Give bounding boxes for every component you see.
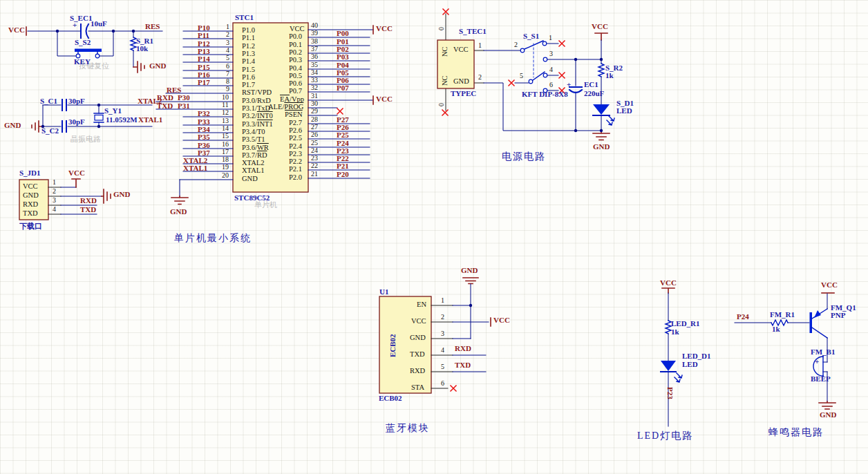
val-s-c2[interactable]: 30pF	[68, 118, 85, 126]
mcu-pin-p2.1[interactable]: P2.1	[289, 166, 302, 173]
mcu-net-p31[interactable]: P31	[178, 102, 190, 110]
s1-pin-num-5[interactable]: 5	[520, 73, 523, 79]
led-led-d1-icon[interactable]	[661, 361, 682, 382]
mcu-pnum-34[interactable]: 34	[311, 69, 318, 76]
mcu-pin-p1.5[interactable]: P1.5	[242, 66, 255, 74]
mcu-pin-p1.0[interactable]: P1.0	[242, 27, 255, 35]
val-fm-r1[interactable]: 1k	[772, 325, 780, 333]
ref-s-s2[interactable]: S_S2	[75, 39, 91, 46]
typec-pin-name-nc-bot[interactable]: NC	[442, 75, 449, 86]
net-vcc-led[interactable]: VCC	[660, 279, 677, 287]
net-vcc-bt[interactable]: VCC	[493, 316, 510, 324]
mcu-pnum-33[interactable]: 33	[311, 77, 318, 84]
mcu-pin-p3.4[interactable]: P3.4/T0	[242, 129, 265, 136]
mcu-pnum-16[interactable]: 16	[222, 141, 229, 148]
note-crystal[interactable]: 晶振电路	[70, 135, 101, 143]
mcu-pin-psen[interactable]: PSEN	[285, 111, 303, 119]
s1-pin-num-6[interactable]: 6	[549, 82, 553, 88]
typec-pin-num-1[interactable]: 1	[478, 42, 482, 49]
jd1-pin-name-rxd[interactable]: RXD	[23, 201, 38, 209]
mcu-pnum-10[interactable]: 10	[222, 94, 229, 101]
mcu-pnum-22[interactable]: 22	[311, 162, 318, 169]
u1-pin-name-txd[interactable]: TXD	[410, 351, 425, 359]
crystal-s-y1-icon[interactable]	[94, 113, 104, 122]
typec-pin-name-gnd[interactable]: GND	[453, 78, 469, 86]
mcu-pnum-28[interactable]: 28	[311, 116, 318, 123]
title-mcu-min-system[interactable]: 单片机最小系统	[174, 234, 252, 243]
resistor-led-r1-icon[interactable]	[666, 321, 671, 334]
mcu-pnum-26[interactable]: 26	[311, 131, 318, 138]
mcu-pin-xtal2[interactable]: XTAL2	[242, 160, 264, 167]
ref-fm-b1[interactable]: FM_B1	[811, 348, 835, 356]
net-rxd-jd1[interactable]: RXD	[80, 197, 97, 205]
val-s-d1[interactable]: LED	[616, 107, 632, 115]
mcu-pin-ea[interactable]: EA/Vpp	[280, 96, 304, 104]
u1-pin-num-2[interactable]: 2	[441, 314, 444, 321]
mcu-net-p07[interactable]: P07	[337, 84, 349, 92]
label-download-port[interactable]: 下载口	[19, 222, 42, 230]
mcu-net-txd[interactable]: TXD	[157, 102, 173, 110]
mcu-pin-p2.0[interactable]: P2.0	[289, 174, 302, 182]
mcu-pin-p0.1[interactable]: P0.1	[289, 41, 302, 49]
no-connect-x-icon[interactable]	[559, 41, 565, 46]
jd1-pin-num-4[interactable]: 4	[53, 206, 56, 213]
ref-led-r1[interactable]: LED_R1	[671, 320, 700, 328]
mcu-pnum-14[interactable]: 14	[222, 125, 229, 132]
mcu-pin-p0.3[interactable]: P0.3	[289, 57, 302, 64]
ref-s-tec1[interactable]: S_TEC1	[459, 28, 487, 35]
mcu-pin-vcc[interactable]: VCC	[290, 26, 305, 33]
ref-ec1[interactable]: EC1	[584, 81, 598, 88]
ref-led-d1[interactable]: LED_D1	[682, 352, 711, 360]
val-ecb02[interactable]: ECB02	[379, 395, 402, 402]
mcu-pnum-4[interactable]: 4	[226, 47, 229, 54]
no-connect-x-icon[interactable]	[509, 80, 514, 86]
ref-stc1[interactable]: STC1	[235, 14, 254, 21]
mcu-pin-p0.0[interactable]: P0.0	[289, 33, 302, 41]
mcu-pin-p1.7[interactable]: P1.7	[242, 82, 255, 89]
s1-pin-num-1[interactable]: 1	[549, 35, 552, 41]
ground-symbol-icon[interactable]	[102, 189, 111, 203]
mcu-net-xtal1[interactable]: XTAL1	[183, 164, 207, 172]
jd1-pin-num-1[interactable]: 1	[53, 179, 56, 186]
val-s-ec1[interactable]: 10uF	[91, 20, 107, 28]
net-gnd-mcu[interactable]: GND	[170, 208, 187, 216]
net-vcc-reset[interactable]: VCC	[8, 26, 25, 34]
capacitor-s-c2-icon[interactable]	[62, 121, 66, 132]
led-s-d1-icon[interactable]	[593, 104, 614, 125]
net-vcc-mcu-31[interactable]: VCC	[376, 95, 393, 103]
net-gnd-power[interactable]: GND	[593, 143, 610, 151]
s1-pin-num-3[interactable]: 3	[549, 50, 553, 57]
mcu-pin-p2.4[interactable]: P2.4	[289, 143, 302, 151]
mcu-pin-p3.5[interactable]: P3.5/T1	[242, 136, 265, 144]
u1-pin-num-1[interactable]: 1	[441, 297, 444, 304]
val-s-y1[interactable]: 11.0592M	[106, 116, 138, 124]
mcu-pnum-1[interactable]: 1	[226, 23, 229, 30]
ground-symbol-icon[interactable]	[171, 196, 188, 205]
s1-pin-num-2[interactable]: 2	[514, 41, 518, 48]
mcu-net-rxd[interactable]: RXD	[157, 94, 173, 102]
capacitor-ec1-icon[interactable]	[569, 59, 582, 131]
jd1-pin-name-vcc[interactable]: VCC	[23, 183, 38, 191]
ground-symbol-icon[interactable]	[463, 278, 478, 284]
val-stc89c52[interactable]: STC89C52	[234, 194, 270, 202]
transistor-fm-q1-icon[interactable]	[810, 309, 828, 338]
typec-pin-num-2[interactable]: 2	[478, 74, 482, 81]
ref-s-c1[interactable]: S_C1	[40, 97, 57, 105]
title-buzzer[interactable]: 蜂鸣器电路	[768, 428, 824, 437]
ref-fm-r1[interactable]: FM_R1	[770, 311, 795, 319]
mcu-net-p17[interactable]: P17	[198, 79, 210, 86]
mcu-pnum-24[interactable]: 24	[311, 147, 318, 154]
mcu-net-p14[interactable]: P14	[198, 55, 210, 63]
mcu-pnum-30[interactable]: 30	[311, 100, 318, 107]
jd1-pin-name-txd[interactable]: TXD	[23, 210, 38, 218]
net-res-top[interactable]: RES	[145, 23, 160, 30]
val-s-s2[interactable]: KEY	[74, 58, 91, 66]
net-txd-bt[interactable]: TXD	[455, 361, 471, 369]
u1-pin-name-gnd[interactable]: GND	[410, 334, 426, 342]
net-vcc-jd1[interactable]: VCC	[68, 169, 85, 177]
mcu-pin-p0.7[interactable]: P0.7	[289, 88, 302, 95]
mcu-net-p25[interactable]: P25	[337, 131, 349, 139]
mcu-pnum-15[interactable]: 15	[222, 133, 229, 140]
net-gnd-crystal[interactable]: GND	[4, 122, 21, 129]
capacitor-s-c1-icon[interactable]	[62, 99, 66, 111]
